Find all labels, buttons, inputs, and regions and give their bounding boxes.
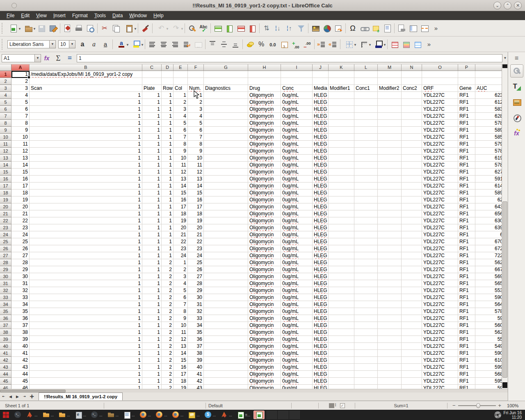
cell-J25[interactable]: HLEG <box>313 238 329 245</box>
cell-M16[interactable] <box>378 176 402 183</box>
cell-E34[interactable]: 7 <box>173 301 188 308</box>
sidebar-tab-navigator[interactable] <box>510 111 523 124</box>
sort-ascending-button[interactable] <box>272 23 284 34</box>
next-sheet-button[interactable]: ▶ <box>14 393 21 400</box>
cell-Q28[interactable]: 562 <box>475 259 502 266</box>
cell-Q46[interactable]: 59 <box>475 385 502 389</box>
cell-B42[interactable]: 1 <box>30 357 142 364</box>
taskbar-item-writer-document-window[interactable]: ... <box>122 411 137 419</box>
cell-P42[interactable]: RF1 <box>458 357 475 364</box>
column-header-M[interactable]: M <box>378 64 402 71</box>
align-left-button[interactable] <box>146 39 158 50</box>
paste-button[interactable]: ▼ <box>122 23 137 34</box>
cell-D14[interactable]: 1 <box>162 162 173 169</box>
cell-J11[interactable]: HLEG <box>313 141 329 148</box>
cell-K18[interactable] <box>329 189 354 196</box>
cell-D25[interactable]: 1 <box>162 238 173 245</box>
font-color-button[interactable]: ▼ <box>114 39 129 50</box>
cell-L20[interactable] <box>354 203 378 210</box>
cell-G20[interactable] <box>204 203 248 210</box>
cell-E6[interactable]: 3 <box>173 106 188 113</box>
cell-M4[interactable] <box>378 92 402 99</box>
cell-L17[interactable] <box>354 183 378 189</box>
taskbar-item-file-manager-window-3[interactable]: ... <box>106 411 121 419</box>
cell-P41[interactable]: RF1 <box>458 350 475 357</box>
cell-J15[interactable]: HLEG <box>313 169 329 176</box>
cell-B41[interactable]: 1 <box>30 350 142 357</box>
sidebar-tab-styles[interactable] <box>510 80 523 93</box>
cell-A19[interactable]: 19 <box>11 196 30 203</box>
taskbar-item-file-manager-window-1[interactable]: ... <box>41 411 56 419</box>
formatting-toolbar-grip[interactable] <box>2 39 5 50</box>
cell-B28[interactable]: 1 <box>30 259 142 266</box>
cell-K14[interactable] <box>329 162 354 169</box>
cell-K46[interactable] <box>329 385 354 389</box>
cell-P14[interactable]: RF1 <box>458 162 475 169</box>
cell-B43[interactable]: 1 <box>30 364 142 371</box>
cell-D13[interactable]: 1 <box>162 155 173 162</box>
row-header-37[interactable]: 37 <box>0 322 11 329</box>
cell-K19[interactable] <box>329 196 354 203</box>
row-header-42[interactable]: 42 <box>0 357 11 364</box>
conditional-colorscale-button[interactable] <box>400 39 412 50</box>
cell-Q35[interactable]: 578 <box>475 308 502 315</box>
cell-N35[interactable] <box>402 308 422 315</box>
cell-O19[interactable]: YDL227C <box>422 196 458 203</box>
function-wizard-icon[interactable]: fx <box>41 53 52 63</box>
cell-E15[interactable]: 12 <box>173 169 188 176</box>
cell-M15[interactable] <box>378 169 402 176</box>
cell-A5[interactable]: 5 <box>11 99 30 106</box>
cut-button[interactable] <box>99 23 110 34</box>
cell-I42[interactable]: 0ug/mL <box>281 357 313 364</box>
taskbar-item-browser-window-3[interactable]: ... <box>171 411 185 419</box>
cell-E25[interactable]: 22 <box>173 238 188 245</box>
cell-C23[interactable]: 1 <box>142 224 162 231</box>
vertical-split-handle[interactable] <box>502 64 507 68</box>
cell-P15[interactable]: RF1 <box>458 169 475 176</box>
cell-D43[interactable]: 2 <box>162 364 173 371</box>
cell-I27[interactable]: 0ug/mL <box>281 252 313 259</box>
cell-J28[interactable]: HLEG <box>313 259 329 266</box>
row-header-39[interactable]: 39 <box>0 336 11 343</box>
cell-F36[interactable]: 33 <box>188 315 204 322</box>
column-header-D[interactable]: D <box>162 64 173 71</box>
cell-F20[interactable]: 17 <box>188 203 204 210</box>
cell-L26[interactable] <box>354 245 378 252</box>
name-box-dropdown-icon[interactable]: ▼ <box>34 55 41 62</box>
cell-M29[interactable] <box>378 266 402 273</box>
cell-P43[interactable]: RF1 <box>458 364 475 371</box>
sheet-info[interactable]: Sheet 1 of 1 <box>0 403 104 408</box>
cell-P46[interactable]: RF1 <box>458 385 475 389</box>
cell-B44[interactable]: 1 <box>30 371 142 378</box>
cell-I11[interactable]: 0ug/mL <box>281 141 313 148</box>
conditional-condition-button[interactable] <box>389 39 400 50</box>
vertical-split-handle-bottom[interactable] <box>502 382 507 388</box>
cell-G33[interactable] <box>204 294 248 301</box>
cell-B27[interactable]: 1 <box>30 252 142 259</box>
cell-Q15[interactable]: 627 <box>475 169 502 176</box>
cell-F16[interactable]: 13 <box>188 176 204 183</box>
cell-C34[interactable]: 1 <box>142 301 162 308</box>
cell-F32[interactable]: 29 <box>188 287 204 294</box>
row-header-20[interactable]: 20 <box>0 203 11 210</box>
cell-P34[interactable]: RF1 <box>458 301 475 308</box>
cell-C9[interactable]: 1 <box>142 127 162 134</box>
cell-P26[interactable]: RF1 <box>458 245 475 252</box>
zoom-percentage[interactable]: 100% <box>501 403 523 408</box>
cell-P6[interactable]: RF1 <box>458 106 475 113</box>
cell-A21[interactable]: 21 <box>11 210 30 217</box>
add-sheet-button[interactable]: ✛ <box>28 393 36 400</box>
delete-decimal-place-button[interactable] <box>301 39 313 50</box>
pivot-table-button[interactable] <box>333 23 344 34</box>
cell-Q31[interactable]: 565 <box>475 280 502 287</box>
cell-A38[interactable]: 38 <box>11 329 30 336</box>
cell-L4[interactable] <box>354 92 378 99</box>
cell-D12[interactable]: 1 <box>162 148 173 155</box>
cell-G13[interactable] <box>204 155 248 162</box>
cell-M2[interactable] <box>378 78 402 85</box>
cell-Q19[interactable]: 62 <box>475 196 502 203</box>
cell-C36[interactable]: 1 <box>142 315 162 322</box>
cell-Q10[interactable]: 585 <box>475 134 502 141</box>
row-header-33[interactable]: 33 <box>0 294 11 301</box>
cell-C16[interactable]: 1 <box>142 176 162 183</box>
